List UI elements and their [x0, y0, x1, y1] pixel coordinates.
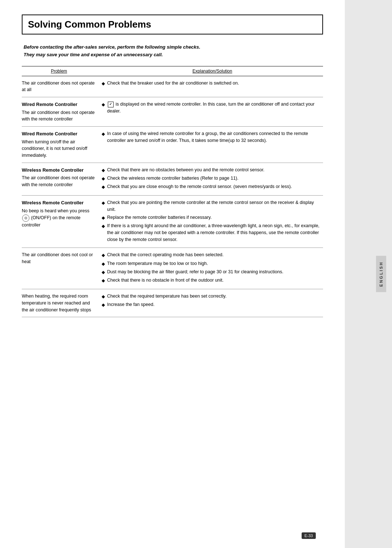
- bullet-item: ◆ Check that there is no obstacle in fro…: [102, 277, 323, 284]
- bullet-content: In case of using the wired remote contro…: [107, 130, 323, 144]
- bullet-content: Increase the fan speed.: [107, 301, 323, 308]
- bullet-item: ◆ Check that there are no obstacles betw…: [102, 167, 323, 174]
- intro-text: Before contacting the after-sales servic…: [22, 44, 323, 59]
- bullet-content: Check that the correct operating mode ha…: [107, 251, 323, 258]
- solution-text: ◆ In case of using the wired remote cont…: [102, 130, 323, 159]
- bullet-item: ◆ ✓ is displayed on the wired remote con…: [102, 101, 323, 115]
- page-title: Solving Common Problems: [28, 19, 317, 30]
- bullet-content: Check that there are no obstacles betwee…: [107, 167, 323, 173]
- category-label: Wired Remote Controller: [22, 130, 96, 138]
- bullet-item: ◆ In case of using the wired remote cont…: [102, 130, 323, 144]
- category-label: Wireless Remote Controller: [22, 199, 96, 206]
- problem-text: Wired Remote Controller The air conditio…: [22, 101, 102, 123]
- header-problem: Problem: [22, 69, 102, 74]
- bullet-content: Check that the required temperature has …: [107, 293, 323, 300]
- problem-text: The air conditioner does not operate at …: [22, 80, 102, 94]
- bullet-item: ◆ The room temperature may be too low or…: [102, 260, 323, 267]
- bullet-item: ◆ If there is a strong light around the …: [102, 222, 323, 243]
- bullet-item: ◆ Increase the fan speed.: [102, 301, 323, 308]
- bullet-item: ◆ Check that the required temperature ha…: [102, 293, 323, 300]
- bullet-item: ◆ Check the wireless remote controller b…: [102, 175, 323, 182]
- bullet-diamond-icon: ◆: [102, 261, 105, 267]
- bullet-content: Dust may be blocking the air filter guar…: [107, 269, 323, 275]
- bullet-content: Check that the breaker used for the air …: [107, 80, 323, 87]
- bullet-diamond-icon: ◆: [102, 131, 105, 138]
- bullet-content: Check the wireless remote controller bat…: [107, 175, 323, 182]
- table-header: Problem Explanation/Solution: [22, 66, 323, 76]
- bullet-item: ◆ Check that you are pointing the remote…: [102, 199, 323, 213]
- warning-icon: ✓: [108, 102, 114, 107]
- page-container: Solving Common Problems Before contactin…: [0, 0, 345, 548]
- bullet-diamond-icon: ◆: [102, 80, 105, 87]
- table-row: The air conditioner does not operate at …: [22, 76, 323, 98]
- solution-text: ◆ Check that the breaker used for the ai…: [102, 80, 323, 94]
- bullet-diamond-icon: ◆: [102, 302, 105, 308]
- bullet-item: ◆ Dust may be blocking the air filter gu…: [102, 269, 323, 276]
- page-number: E-33: [302, 532, 316, 539]
- bullet-diamond-icon: ◆: [102, 175, 105, 182]
- bullet-content: If there is a strong light around the ai…: [107, 222, 323, 243]
- bullet-content: The room temperature may be too low or t…: [107, 260, 323, 267]
- solution-text: ◆ Check that there are no obstacles betw…: [102, 167, 323, 192]
- problem-text: Wired Remote Controller When turning on/…: [22, 130, 102, 159]
- bullet-diamond-icon: ◆: [102, 269, 105, 276]
- header-solution: Explanation/Solution: [102, 69, 323, 74]
- category-label: Wired Remote Controller: [22, 101, 96, 108]
- title-box: Solving Common Problems: [22, 15, 323, 34]
- solution-text: ◆ Check that the correct operating mode …: [102, 251, 323, 285]
- bullet-content: Replace the remote controller batteries …: [107, 214, 323, 221]
- bullet-diamond-icon: ◆: [102, 277, 105, 284]
- problem-text: The air conditioner does not cool or hea…: [22, 251, 102, 285]
- bullet-diamond-icon: ◆: [102, 223, 105, 230]
- bullet-content: Check that there is no obstacle in front…: [107, 277, 323, 284]
- bullet-diamond-icon: ◆: [102, 293, 105, 300]
- bullet-diamond-icon: ◆: [102, 101, 105, 108]
- bullet-diamond-icon: ◆: [102, 184, 105, 191]
- solution-text: ◆ Check that you are pointing the remote…: [102, 199, 323, 244]
- table-row: Wireless Remote Controller The air condi…: [22, 163, 323, 196]
- solution-text: ◆ ✓ is displayed on the wired remote con…: [102, 101, 323, 123]
- problem-text: Wireless Remote Controller No beep is he…: [22, 199, 102, 244]
- bullet-content: Check that you are pointing the remote c…: [107, 199, 323, 213]
- table-row: Wired Remote Controller When turning on/…: [22, 127, 323, 163]
- bullet-diamond-icon: ◆: [102, 167, 105, 174]
- bullet-item: ◆ Check that the correct operating mode …: [102, 251, 323, 259]
- table-row: Wired Remote Controller The air conditio…: [22, 97, 323, 127]
- bullet-item: ◆ Check that you are close enough to the…: [102, 183, 323, 191]
- on-off-icon: ⊙: [22, 214, 29, 222]
- side-tab: ENGLISH: [370, 0, 392, 548]
- solution-text: ◆ Check that the required temperature ha…: [102, 293, 323, 313]
- problem-text: Wireless Remote Controller The air condi…: [22, 167, 102, 192]
- bullet-item: ◆ Check that the breaker used for the ai…: [102, 80, 323, 87]
- bullet-diamond-icon: ◆: [102, 200, 105, 206]
- table-row: The air conditioner does not cool or hea…: [22, 248, 323, 289]
- problem-text: When heating, the required room temperat…: [22, 293, 102, 313]
- problems-table: Problem Explanation/Solution The air con…: [22, 66, 323, 318]
- table-row: Wireless Remote Controller No beep is he…: [22, 196, 323, 248]
- category-label: Wireless Remote Controller: [22, 167, 96, 174]
- side-tab-label: ENGLISH: [376, 256, 386, 292]
- bullet-diamond-icon: ◆: [102, 214, 105, 221]
- bullet-diamond-icon: ◆: [102, 252, 105, 259]
- bullet-item: ◆ Replace the remote controller batterie…: [102, 214, 323, 221]
- bullet-content: Check that you are close enough to the r…: [107, 183, 323, 190]
- table-row: When heating, the required room temperat…: [22, 289, 323, 317]
- bullet-content: ✓ is displayed on the wired remote contr…: [107, 101, 323, 115]
